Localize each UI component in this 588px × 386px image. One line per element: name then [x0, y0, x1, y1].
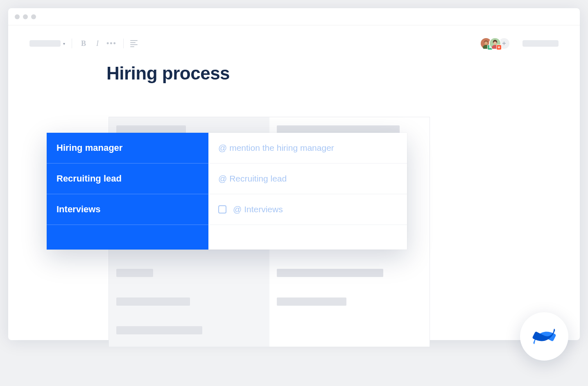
snippet-row-label: Hiring manager: [47, 133, 208, 163]
mention-field[interactable]: @ mention the hiring manager: [208, 133, 407, 163]
toolbar-divider: [123, 39, 124, 48]
confluence-logo-badge: [520, 312, 568, 361]
style-dropdown[interactable]: [29, 40, 61, 47]
snippet-row-label: Recruiting lead: [47, 163, 208, 194]
avatar[interactable]: M: [489, 37, 501, 50]
mention-placeholder: @ mention the hiring manager: [218, 143, 334, 153]
bold-button[interactable]: B: [79, 39, 88, 48]
template-snippet-card: Hiring manager Recruiting lead Interview…: [47, 133, 407, 250]
editor-toolbar: ▾ B I ••• R M +: [8, 35, 580, 52]
presence-avatars: R M +: [483, 37, 510, 50]
mention-field[interactable]: @ Interviews: [208, 194, 407, 225]
mention-placeholder: @ Interviews: [233, 204, 283, 214]
italic-button[interactable]: I: [93, 39, 102, 48]
svg-point-7: [493, 41, 497, 45]
window-close-icon[interactable]: [15, 14, 20, 19]
publish-button[interactable]: [522, 40, 559, 47]
mention-field[interactable]: @ Recruiting lead: [208, 163, 407, 194]
toolbar-divider: [72, 39, 72, 48]
page-title: Hiring process: [106, 63, 580, 84]
snippet-row-label: Interviews: [47, 194, 208, 225]
avatar-badge: M: [496, 45, 502, 50]
checkbox-icon[interactable]: [218, 205, 226, 213]
align-left-button[interactable]: [130, 40, 138, 47]
browser-window: ▾ B I ••• R M + Hir: [8, 8, 580, 340]
svg-point-3: [484, 41, 488, 45]
window-minimize-icon[interactable]: [23, 14, 28, 19]
snippet-labels-column: Hiring manager Recruiting lead Interview…: [47, 133, 208, 250]
mention-placeholder: @ Recruiting lead: [218, 174, 287, 184]
chevron-down-icon: ▾: [63, 41, 65, 46]
confluence-icon: [531, 323, 557, 350]
more-formatting-button[interactable]: •••: [106, 39, 117, 48]
browser-titlebar: [8, 8, 580, 25]
window-maximize-icon[interactable]: [31, 14, 36, 19]
snippet-values-column: @ mention the hiring manager @ Recruitin…: [208, 133, 407, 250]
editor-viewport: ▾ B I ••• R M + Hir: [8, 25, 580, 340]
